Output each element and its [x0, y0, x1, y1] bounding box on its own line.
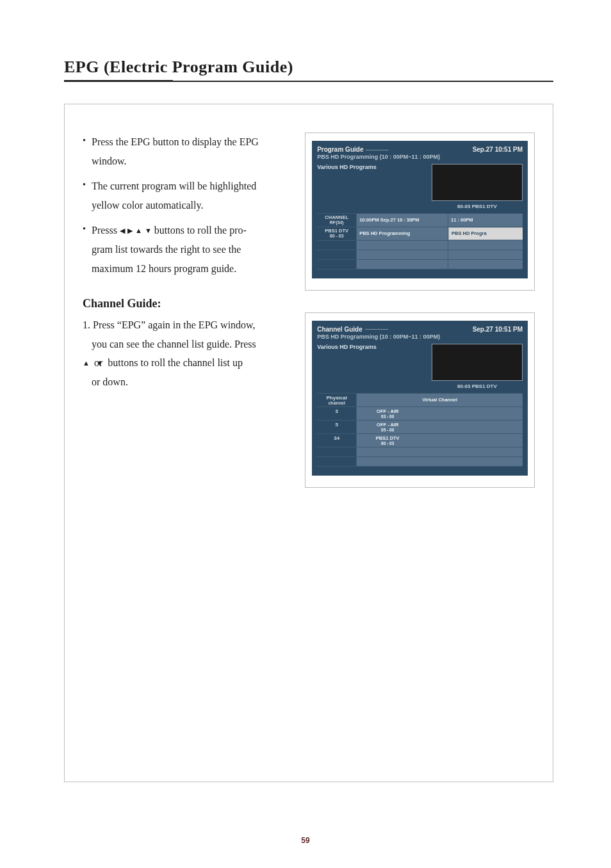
osd-subtitle: PBS HD Programming (10 : 00PM~11 : 00PM)	[317, 154, 523, 160]
text: 80 - 03	[359, 441, 416, 446]
thumbnail-caption: 80-03 PBS1 DTV	[432, 383, 523, 389]
text: 05 - 00	[359, 428, 416, 432]
osd-datetime: Sep.27 10:51 PM	[473, 326, 523, 333]
grid-cell: OFF - AIR03 - 00	[357, 407, 523, 420]
page-number: 59	[0, 836, 611, 845]
text: buttons to roll the pro-	[154, 225, 247, 236]
text: channel	[317, 401, 356, 405]
title-rule-accent	[64, 80, 173, 82]
preview-thumbnail	[432, 164, 523, 201]
list-item: Press the EPG button to display the EPG …	[83, 133, 295, 170]
osd-subtitle: PBS HD Programming (10 : 00PM~11 : 00PM)	[317, 334, 523, 340]
step-text: 1. Press “EPG” again in the EPG window, …	[83, 316, 295, 391]
section-heading: Channel Guide:	[83, 297, 295, 310]
grid-label	[317, 447, 357, 456]
grid-cell-highlight: PBS HD Progra	[448, 227, 523, 240]
grid-cell	[448, 250, 523, 259]
triangle-down-icon: ▼	[145, 224, 152, 237]
preview-thumbnail	[432, 344, 523, 381]
grid-cell	[357, 457, 523, 466]
grid-label: 34	[317, 434, 357, 447]
content-frame: Press the EPG button to display the EPG …	[64, 104, 553, 782]
grid-cell	[357, 241, 448, 250]
list-item: Presss ◀ ▶ ▲ ▼ buttons to roll the pro- …	[83, 221, 295, 278]
text: RF(34)	[319, 220, 354, 225]
screenshot-channel-guide: Channel Guide Sep.27 10:51 PM PBS HD Pro…	[305, 312, 535, 488]
text: 1. Press “EPG” again in the EPG window,	[83, 319, 256, 330]
text: maximum 12 hours program guide.	[92, 263, 236, 274]
triangle-left-icon: ◀	[120, 224, 125, 237]
grid-cell	[357, 260, 448, 269]
instruction-list: Press the EPG button to display the EPG …	[83, 133, 295, 278]
grid-label	[317, 241, 357, 250]
text: CHANNEL	[325, 214, 348, 220]
grid-cell: PBS1 DTV80 - 03	[357, 434, 523, 447]
triangle-up-icon: ▲	[135, 224, 142, 237]
text: PBS1 DTV	[325, 228, 348, 234]
text: PBS1 DTV	[376, 435, 400, 441]
grid-header: Virtual Channel	[357, 394, 523, 406]
text: yellow color automatically.	[92, 200, 203, 211]
screenshot-program-guide: Program Guide Sep.27 10:51 PM PBS HD Pro…	[305, 133, 535, 291]
grid-label: 5	[317, 421, 357, 433]
grid-cell: PBS HD Programming	[357, 227, 448, 240]
grid-cell: OFF - AIR05 - 00	[357, 421, 523, 433]
osd-title: Channel Guide	[317, 326, 363, 333]
text: or down.	[92, 376, 128, 387]
osd-datetime: Sep.27 10:51 PM	[473, 146, 523, 153]
text: Presss	[92, 225, 120, 236]
grid-label	[317, 457, 357, 466]
grid-cell	[357, 250, 448, 259]
grid-cell: 11 : 00PM	[448, 214, 523, 227]
text: The current program will be highlighted	[92, 181, 256, 191]
grid-cell	[448, 241, 523, 250]
text: window.	[92, 156, 127, 166]
text: Physical	[326, 395, 346, 401]
triangle-right-icon: ▶	[127, 224, 133, 237]
grid-label	[317, 250, 357, 259]
list-item: The current program will be highlighted …	[83, 177, 295, 214]
grid-label: PBS1 DTV 80 - 03	[317, 227, 357, 240]
grid-cell	[448, 260, 523, 269]
text: 03 - 00	[359, 414, 416, 419]
text: buttons to roll the channel list up	[108, 357, 243, 368]
channel-grid: Physical channel Virtual Channel 3 OFF -…	[317, 393, 523, 467]
text: OFF - AIR	[377, 408, 398, 414]
osd-description: Various HD Programs	[317, 344, 427, 389]
text: 80 - 03	[319, 234, 354, 239]
osd-title: Program Guide	[317, 146, 363, 153]
page-title: EPG (Electric Program Guide)	[64, 58, 553, 77]
osd-description: Various HD Programs	[317, 164, 427, 209]
text: Press the EPG button to display the EPG	[92, 136, 259, 147]
text: you can see the channel list guide. Pres…	[92, 339, 256, 350]
grid-cell	[357, 447, 523, 456]
grid-header: Physical channel	[317, 394, 357, 406]
grid-label: CHANNEL RF(34)	[317, 214, 357, 227]
grid-label: 3	[317, 407, 357, 420]
program-grid: CHANNEL RF(34) 10:00PM Sep.27 10 : 30PM …	[317, 213, 523, 269]
text: gram list towards the right to see the	[92, 244, 241, 255]
grid-cell: 10:00PM Sep.27 10 : 30PM	[357, 214, 448, 227]
grid-label	[317, 260, 357, 269]
text: OFF - AIR	[377, 422, 398, 428]
thumbnail-caption: 80-03 PBS1 DTV	[432, 204, 523, 209]
